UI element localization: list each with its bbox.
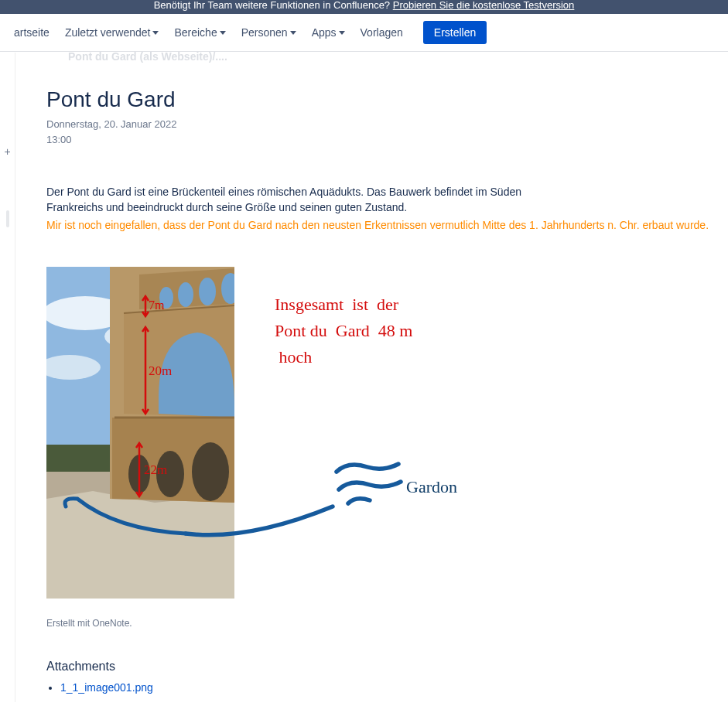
nav-vorlagen[interactable]: Vorlagen: [354, 22, 409, 43]
attachments-header: Attachments: [46, 660, 719, 674]
page-title: Pont du Gard: [46, 87, 719, 112]
nav-apps[interactable]: Apps: [306, 22, 351, 43]
aqueduct-photo: 7m 20m 22m: [46, 267, 234, 599]
create-button[interactable]: Erstellen: [423, 21, 487, 44]
breadcrumb[interactable]: Pont du Gard (als Webseite)/....: [46, 50, 719, 63]
nav-startseite[interactable]: artseite: [8, 22, 56, 43]
page-date: Donnerstag, 20. Januar 2022: [46, 117, 719, 132]
page-content: Pont du Gard (als Webseite)/.... Pont du…: [46, 50, 719, 706]
promo-text: Benötigt Ihr Team weitere Funktionen in …: [154, 0, 393, 11]
chevron-down-icon: [339, 31, 345, 35]
nav-zuletzt-verwendet[interactable]: Zuletzt verwendet: [59, 22, 166, 43]
body-paragraph-2: Frankreichs und beeindruckt durch seine …: [46, 200, 719, 215]
handwritten-note-red: Insgesamt ist der Pont du Gard 48 m hoch: [275, 292, 412, 370]
svg-point-13: [192, 442, 229, 501]
svg-point-9: [199, 278, 216, 305]
body-paragraph-1: Der Pont du Gard ist eine Brückenteil ei…: [46, 184, 719, 200]
svg-rect-4: [46, 445, 116, 476]
chevron-down-icon: [152, 31, 159, 35]
attachment-item: 1_1_image001.png: [60, 681, 719, 694]
promo-banner: Benötigt Ihr Team weitere Funktionen in …: [0, 0, 728, 14]
chevron-down-icon: [220, 31, 226, 35]
label-7m: 7m: [149, 298, 165, 312]
chevron-down-icon: [290, 31, 296, 35]
sidebar: +: [0, 53, 15, 702]
page-time: 13:00: [46, 132, 719, 148]
add-icon[interactable]: +: [0, 145, 15, 158]
svg-point-8: [178, 282, 193, 307]
sidebar-handle[interactable]: [6, 210, 9, 227]
nav-bereiche[interactable]: Bereiche: [168, 22, 231, 43]
image-annotated: 7m 20m 22m Insgesamt ist der Pont du Gar…: [46, 267, 542, 599]
label-20m: 20m: [149, 363, 172, 378]
image-caption: Erstellt mit OneNote.: [46, 618, 719, 629]
handwritten-note-blue: Gardon: [406, 477, 457, 497]
top-nav: artseite Zuletzt verwendet Bereiche Pers…: [0, 14, 728, 52]
label-22m: 22m: [144, 462, 167, 477]
nav-personen[interactable]: Personen: [235, 22, 302, 43]
highlight-note: Mir ist noch eingefallen, dass der Pont …: [46, 217, 719, 233]
attachments-list: 1_1_image001.png: [60, 681, 719, 694]
promo-link[interactable]: Probieren Sie die kostenlose Testversion: [393, 0, 575, 11]
attachment-link[interactable]: 1_1_image001.png: [60, 681, 153, 694]
